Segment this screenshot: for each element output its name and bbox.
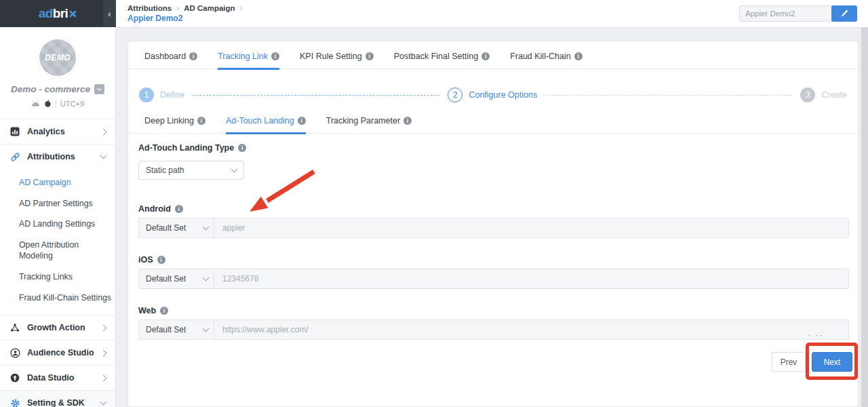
person-circle-icon	[9, 348, 20, 358]
pencil-icon	[840, 8, 849, 19]
sidebar-item-audience-studio[interactable]: Audience Studio	[0, 340, 115, 365]
info-icon[interactable]	[238, 144, 246, 152]
wizard-stepper: 1 Define 2 Configure Options 3 Create	[139, 86, 847, 104]
stepper-connector	[193, 95, 439, 96]
landing-type-select[interactable]: Static path	[138, 161, 244, 180]
web-label: Web	[138, 306, 168, 315]
android-field-group: Default Set	[138, 218, 849, 238]
android-path-input[interactable]	[214, 218, 848, 237]
sidebar-item-fraud-kill-chain-settings[interactable]: Fraud Kill-Chain Settings	[19, 288, 114, 309]
info-icon[interactable]	[298, 117, 306, 125]
breadcrumb: Attributions › AD Campaign ›	[127, 3, 248, 13]
chevron-down-icon	[100, 399, 107, 406]
chevron-right-icon	[100, 349, 107, 356]
sidebar-item-setting-sdk[interactable]: Setting & SDK	[0, 390, 115, 407]
android-label: Android	[138, 204, 183, 214]
sidebar-item-data-studio[interactable]: Data Studio	[0, 365, 115, 390]
campaign-name-input[interactable]	[739, 5, 835, 22]
info-icon[interactable]	[189, 52, 197, 60]
avatar: DEMO	[39, 39, 76, 76]
info-icon[interactable]	[271, 52, 279, 60]
tab-fraud-kill-chain[interactable]: Fraud Kill-Chain	[510, 52, 583, 70]
apple-icon	[44, 99, 52, 109]
web-field-group: Default Set	[138, 319, 849, 340]
step-create: 3 Create	[800, 88, 847, 102]
info-icon[interactable]	[403, 117, 412, 125]
info-icon[interactable]	[366, 52, 374, 60]
info-icon[interactable]	[160, 307, 168, 315]
bar-chart-icon	[9, 127, 20, 136]
android-default-set-select[interactable]: Default Set	[139, 218, 214, 237]
link-icon	[9, 152, 20, 162]
asterisk-x-icon	[68, 9, 77, 18]
gear-icon	[9, 398, 20, 407]
chevron-down-icon	[97, 85, 102, 90]
subtab-deep-linking[interactable]: Deep Linking	[144, 116, 205, 134]
tab-dashboard[interactable]: Dashboard	[144, 52, 197, 70]
sidebar-item-open-attribution-modeling[interactable]: Open Attribution Modeling	[19, 235, 114, 267]
sidebar-item-ad-partner-settings[interactable]: AD Partner Settings	[19, 193, 114, 214]
chevron-right-icon: ›	[240, 3, 243, 13]
sidebar-item-tracking-links[interactable]: Tracking Links	[19, 267, 114, 288]
divider	[56, 100, 56, 107]
info-icon[interactable]	[481, 52, 490, 60]
chevron-down-icon	[231, 166, 238, 173]
tab-postback-final-setting[interactable]: Postback Final Setting	[394, 52, 490, 70]
tab-kpi-rule-setting[interactable]: KPI Rule Setting	[300, 52, 374, 70]
step-define: 1 Define	[139, 88, 184, 102]
content-card: Dashboard Tracking Link KPI Rule Setting…	[127, 41, 859, 407]
chevron-right-icon	[100, 128, 107, 135]
web-url-input[interactable]	[214, 320, 848, 339]
attributions-submenu: AD Campaign AD Partner Settings AD Landi…	[0, 169, 115, 315]
chevron-down-icon	[100, 153, 107, 159]
sidebar-item-ad-landing-settings[interactable]: AD Landing Settings	[19, 214, 114, 235]
sidebar-collapse-button[interactable]: ‹	[103, 0, 116, 27]
adbrix-logo: adbri	[39, 6, 77, 21]
android-icon	[31, 100, 40, 108]
breadcrumb-ad-campaign[interactable]: AD Campaign	[184, 4, 235, 12]
main-tab-bar: Dashboard Tracking Link KPI Rule Setting…	[128, 41, 858, 69]
ios-field-group: Default Set	[138, 269, 849, 289]
info-icon[interactable]	[175, 205, 183, 213]
hierarchy-icon	[9, 323, 20, 332]
timezone-label: UTC+9	[60, 100, 84, 108]
tab-tracking-link[interactable]: Tracking Link	[218, 52, 279, 70]
profile-section: DEMO Demo - commerce	[0, 27, 115, 109]
upload-circle-icon	[9, 373, 20, 383]
subtab-ad-touch-landing[interactable]: Ad-Touch Landing	[226, 116, 306, 134]
sidebar: DEMO Demo - commerce	[0, 27, 116, 407]
edit-name-button[interactable]	[831, 5, 857, 22]
landing-type-label: Ad-Touch Landing Type	[138, 143, 246, 153]
vertical-scrollbar[interactable]	[861, 27, 868, 407]
sidebar-menu: Analytics Attributions AD Campaign AD Pa…	[0, 119, 115, 407]
stepper-connector	[545, 95, 792, 96]
sidebar-item-attributions[interactable]: Attributions	[0, 144, 115, 169]
chevron-down-icon	[203, 275, 210, 282]
logo-bar: adbri	[0, 0, 116, 27]
account-switcher-button[interactable]	[94, 84, 104, 94]
sub-tab-bar: Deep Linking Ad-Touch Landing Tracking P…	[128, 111, 858, 134]
prev-button[interactable]: Prev	[772, 352, 806, 372]
info-icon[interactable]	[574, 52, 583, 60]
sidebar-item-ad-campaign[interactable]: AD Campaign	[19, 172, 114, 193]
chevron-right-icon: ›	[176, 3, 179, 13]
sidebar-item-analytics[interactable]: Analytics	[0, 119, 115, 144]
next-button[interactable]: Next	[812, 352, 852, 372]
ios-default-set-select[interactable]: Default Set	[139, 269, 214, 288]
settings-section: Setting & SDK Applications	[0, 390, 115, 407]
ios-label: iOS	[138, 255, 165, 265]
chevron-left-icon: ‹	[108, 9, 111, 19]
chevron-right-icon	[100, 374, 107, 381]
web-default-set-select[interactable]: Default Set	[139, 320, 214, 339]
subtab-tracking-parameter[interactable]: Tracking Parameter	[326, 116, 412, 134]
info-icon[interactable]	[197, 117, 205, 125]
chevron-down-icon	[203, 224, 210, 231]
ios-path-input[interactable]	[214, 269, 848, 288]
info-icon[interactable]	[157, 256, 165, 264]
step-configure-options: 2 Configure Options	[448, 88, 537, 102]
sidebar-item-growth-action[interactable]: Growth Action	[0, 315, 115, 340]
top-header: Attributions › AD Campaign › Appier Demo…	[116, 0, 868, 28]
breadcrumb-current-page: Appier Demo2	[127, 14, 182, 23]
chevron-right-icon	[100, 324, 107, 331]
breadcrumb-attributions[interactable]: Attributions	[127, 4, 172, 12]
